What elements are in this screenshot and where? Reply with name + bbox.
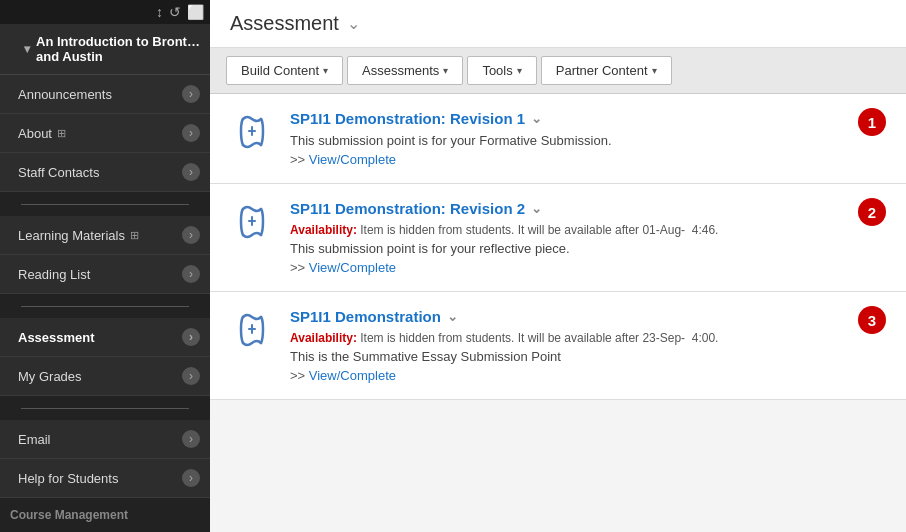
sidebar-item-label: Assessment [18, 330, 95, 345]
badge-2: 2 [858, 198, 886, 226]
sidebar-item-label: About [18, 126, 52, 141]
sidebar-item-label: Reading List [18, 267, 90, 282]
dropdown-chevron-icon: ▾ [517, 65, 522, 76]
chevron-icon: › [182, 226, 200, 244]
assessment-desc-3: This is the Summative Essay Submission P… [290, 349, 886, 364]
assessments-button[interactable]: Assessments ▾ [347, 56, 463, 85]
course-toggle-icon: ▾ [24, 42, 30, 56]
dropdown-chevron-icon: ▾ [652, 65, 657, 76]
main-content: Assessment ⌄ Build Content ▾ Assessments… [210, 0, 906, 532]
content-area: SP1I1 Demonstration: Revision 1 ⌄ This s… [210, 94, 906, 532]
dropdown-chevron-icon: ▾ [323, 65, 328, 76]
dropdown-chevron-icon: ▾ [443, 65, 448, 76]
assessment-item-2: SP1I1 Demonstration: Revision 2 ⌄ Availa… [210, 184, 906, 292]
sidebar-item-email[interactable]: Email › [0, 420, 210, 459]
assessment-desc-1: This submission point is for your Format… [290, 133, 886, 148]
submission-icon-2 [230, 200, 274, 244]
view-link-row-3: >> View/Complete [290, 368, 886, 383]
assessment-desc-2: This submission point is for your reflec… [290, 241, 886, 256]
assessments-label: Assessments [362, 63, 439, 78]
sidebar-divider-2 [0, 294, 210, 318]
assessment-avail-3: Availability: Item is hidden from studen… [290, 331, 886, 345]
sidebar-item-label: Learning Materials [18, 228, 125, 243]
assessment-item-3: SP1I1 Demonstration ⌄ Availability: Item… [210, 292, 906, 400]
view-link-row-1: >> View/Complete [290, 152, 886, 167]
submission-icon-3 [230, 308, 274, 352]
build-content-button[interactable]: Build Content ▾ [226, 56, 343, 85]
sidebar-item-label: Announcements [18, 87, 112, 102]
chevron-icon: › [182, 469, 200, 487]
sidebar-item-label: Help for Students [18, 471, 118, 486]
partner-content-button[interactable]: Partner Content ▾ [541, 56, 672, 85]
page-title: Assessment [230, 12, 339, 35]
chevron-icon: › [182, 85, 200, 103]
sidebar-item-label: Email [18, 432, 51, 447]
course-title-text: An Introduction to Bront… and Austin [36, 34, 200, 64]
view-complete-link-3[interactable]: View/Complete [309, 368, 396, 383]
view-complete-link-2[interactable]: View/Complete [309, 260, 396, 275]
sidebar-item-assessment[interactable]: Assessment › [0, 318, 210, 357]
sidebar-item-label: Staff Contacts [18, 165, 99, 180]
window-icon[interactable]: ⬜ [187, 4, 204, 20]
assessment-title-3: SP1I1 Demonstration ⌄ [290, 308, 886, 325]
grid-icon: ⊞ [130, 229, 139, 242]
badge-1: 1 [858, 108, 886, 136]
title-chevron-icon: ⌄ [531, 201, 542, 216]
assessment-body-3: SP1I1 Demonstration ⌄ Availability: Item… [290, 308, 886, 383]
assessment-item-1: SP1I1 Demonstration: Revision 1 ⌄ This s… [210, 94, 906, 184]
chevron-icon: › [182, 367, 200, 385]
sidebar-item-label: My Grades [18, 369, 82, 384]
assessment-title-2: SP1I1 Demonstration: Revision 2 ⌄ [290, 200, 886, 217]
title-chevron-icon: ⌄ [447, 309, 458, 324]
view-complete-link-1[interactable]: View/Complete [309, 152, 396, 167]
view-link-row-2: >> View/Complete [290, 260, 886, 275]
chevron-icon: › [182, 265, 200, 283]
sidebar-top-bar: ↕ ↺ ⬜ [0, 0, 210, 24]
sidebar-divider-1 [0, 192, 210, 216]
sidebar-item-learning-materials[interactable]: Learning Materials ⊞ › [0, 216, 210, 255]
page-header: Assessment ⌄ [210, 0, 906, 48]
partner-content-label: Partner Content [556, 63, 648, 78]
submission-icon-1 [230, 110, 274, 154]
sidebar-item-announcements[interactable]: Announcements › [0, 75, 210, 114]
course-title[interactable]: ▾ An Introduction to Bront… and Austin [0, 24, 210, 75]
toolbar: Build Content ▾ Assessments ▾ Tools ▾ Pa… [210, 48, 906, 94]
sidebar-item-staff-contacts[interactable]: Staff Contacts › [0, 153, 210, 192]
course-management-label: Course Management [0, 498, 210, 532]
sidebar-divider-3 [0, 396, 210, 420]
build-content-label: Build Content [241, 63, 319, 78]
assessment-avail-2: Availability: Item is hidden from studen… [290, 223, 886, 237]
chevron-icon: › [182, 163, 200, 181]
sidebar: ↕ ↺ ⬜ ▾ An Introduction to Bront… and Au… [0, 0, 210, 532]
badge-3: 3 [858, 306, 886, 334]
chevron-icon: › [182, 328, 200, 346]
sidebar-item-about[interactable]: About ⊞ › [0, 114, 210, 153]
chevron-icon: › [182, 124, 200, 142]
sort-icon[interactable]: ↕ [156, 4, 163, 20]
tools-button[interactable]: Tools ▾ [467, 56, 536, 85]
assessment-title-1: SP1I1 Demonstration: Revision 1 ⌄ [290, 110, 886, 127]
sidebar-item-help-for-students[interactable]: Help for Students › [0, 459, 210, 498]
tools-label: Tools [482, 63, 512, 78]
refresh-icon[interactable]: ↺ [169, 4, 181, 20]
assessment-body-2: SP1I1 Demonstration: Revision 2 ⌄ Availa… [290, 200, 886, 275]
sidebar-item-reading-list[interactable]: Reading List › [0, 255, 210, 294]
grid-icon: ⊞ [57, 127, 66, 140]
assessment-body-1: SP1I1 Demonstration: Revision 1 ⌄ This s… [290, 110, 886, 167]
title-chevron-icon: ⌄ [347, 14, 360, 33]
chevron-icon: › [182, 430, 200, 448]
title-chevron-icon: ⌄ [531, 111, 542, 126]
sidebar-item-my-grades[interactable]: My Grades › [0, 357, 210, 396]
